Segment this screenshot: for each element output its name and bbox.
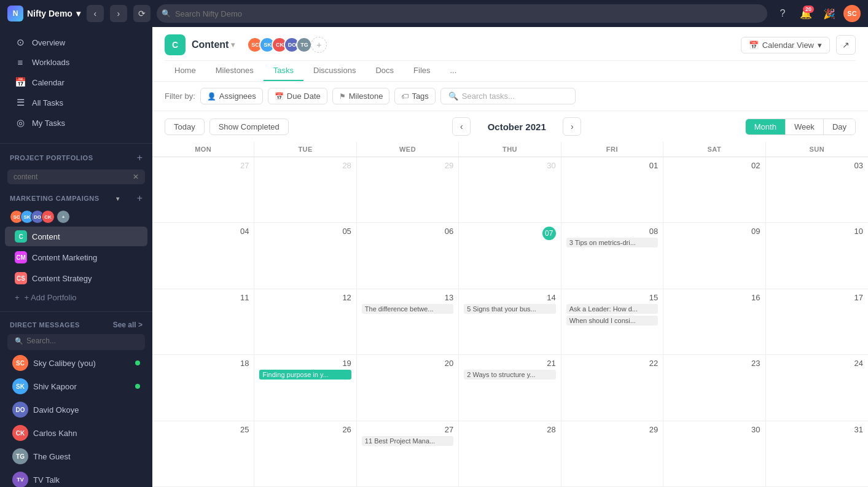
due-date-filter-button[interactable]: 📅 Due Date — [268, 88, 327, 104]
cal-cell[interactable]: 16 — [663, 289, 765, 355]
help-button[interactable]: ? — [773, 4, 792, 23]
cal-cell[interactable]: 30 — [459, 157, 561, 223]
cal-cell[interactable]: 09 — [663, 223, 765, 289]
cal-cell[interactable]: 10 — [766, 223, 868, 289]
cal-cell[interactable]: 27 — [152, 157, 254, 223]
show-completed-button[interactable]: Show Completed — [209, 119, 289, 135]
prev-month-button[interactable]: ‹ — [452, 117, 471, 136]
cal-cell[interactable]: 28 — [459, 421, 561, 487]
dm-item-david[interactable]: DO David Okoye — [2, 399, 150, 421]
cal-cell[interactable]: 28 — [254, 157, 356, 223]
day-view-button[interactable]: Day — [824, 119, 855, 134]
sidebar-item-content-marketing[interactable]: CM Content Marketing — [5, 247, 147, 267]
back-button[interactable]: ‹ — [87, 5, 104, 22]
cal-cell[interactable]: 31 — [766, 421, 868, 487]
dm-avatar: TG — [12, 448, 28, 464]
cal-cell[interactable]: 14 5 Signs that your bus... — [459, 289, 561, 355]
dm-item-shiv[interactable]: SK Shiv Kapoor — [2, 375, 150, 397]
sidebar-item-my-tasks[interactable]: ◎ My Tasks — [5, 113, 147, 133]
add-portfolio-button[interactable]: + + Add Portfolio — [5, 289, 147, 306]
cal-cell[interactable]: 07 — [459, 223, 561, 289]
cal-cell[interactable]: 01 — [561, 157, 663, 223]
cal-cell[interactable]: 04 — [152, 223, 254, 289]
tab-files[interactable]: Files — [404, 61, 440, 81]
cal-cell[interactable]: 18 — [152, 355, 254, 421]
confetti-button[interactable]: 🎉 — [820, 4, 839, 23]
app-logo[interactable]: N Nifty Demo ▾ — [7, 6, 80, 21]
dm-item-guest[interactable]: TG The Guest — [2, 445, 150, 467]
month-view-button[interactable]: Month — [746, 119, 786, 134]
cal-cell[interactable]: 22 — [561, 355, 663, 421]
cal-cell[interactable]: 20 — [357, 355, 459, 421]
next-month-button[interactable]: › — [563, 117, 581, 136]
dm-item-carlos[interactable]: CK Carlos Kahn — [2, 422, 150, 444]
tab-more[interactable]: ... — [440, 61, 467, 81]
cal-cell[interactable]: 08 3 Tips on metrics-dri... — [561, 223, 663, 289]
project-label: Content Marketing — [32, 253, 97, 262]
dm-search-input[interactable] — [26, 337, 138, 345]
cal-cell[interactable]: 30 — [663, 421, 765, 487]
sidebar-item-workloads[interactable]: ≡ Workloads — [5, 53, 147, 72]
cal-event[interactable]: 5 Signs that your bus... — [464, 304, 555, 314]
tab-home[interactable]: Home — [165, 61, 206, 81]
dm-item-tvtalk[interactable]: TV TV Talk — [2, 469, 150, 487]
cal-cell[interactable]: 02 — [663, 157, 765, 223]
cal-event[interactable]: 3 Tips on metrics-dri... — [566, 238, 658, 247]
cal-cell[interactable]: 24 — [766, 355, 868, 421]
cal-event[interactable]: Ask a Leader: How d... — [566, 304, 658, 314]
cal-cell[interactable]: 23 — [663, 355, 765, 421]
today-button[interactable]: Today — [165, 119, 205, 135]
assignees-filter-button[interactable]: 👤 Assignees — [200, 88, 263, 104]
milestone-filter-button[interactable]: ⚑ Milestone — [332, 88, 390, 104]
search-input[interactable] — [157, 4, 767, 23]
cal-event[interactable]: The difference betwe... — [362, 304, 453, 314]
history-button[interactable]: ⟳ — [133, 5, 151, 22]
sidebar-item-content-strategy[interactable]: CS Content Strategy — [5, 268, 147, 288]
notification-button[interactable]: 🔔 20 — [797, 4, 815, 23]
cal-date: 27 — [362, 425, 453, 434]
tags-filter-button[interactable]: 🏷 Tags — [394, 88, 435, 104]
see-all-link[interactable]: See all > — [113, 321, 143, 329]
share-button[interactable]: ↗ — [836, 35, 856, 55]
cal-cell[interactable]: 15 Ask a Leader: How d... When should I … — [561, 289, 663, 355]
sidebar-item-overview[interactable]: ⊙ Overview — [5, 33, 147, 52]
cal-cell[interactable]: 29 — [561, 421, 663, 487]
cal-event[interactable]: Finding purpose in y... — [259, 370, 351, 380]
sidebar-item-content[interactable]: C Content — [5, 227, 147, 246]
cal-cell[interactable]: 27 11 Best Project Mana... — [357, 421, 459, 487]
invite-button[interactable]: + — [311, 37, 327, 53]
cal-cell[interactable]: 11 — [152, 289, 254, 355]
search-tasks-input[interactable]: 🔍 Search tasks... — [440, 88, 576, 104]
calendar-view-button[interactable]: 📅 Calendar View ▾ — [741, 37, 830, 53]
cal-date: 14 — [464, 293, 555, 302]
cal-cell[interactable]: 26 — [254, 421, 356, 487]
cal-cell[interactable]: 12 — [254, 289, 356, 355]
user-avatar[interactable]: SC — [843, 5, 861, 22]
cal-event[interactable]: 2 Ways to structure y... — [464, 370, 555, 380]
cal-cell[interactable]: 05 — [254, 223, 356, 289]
forward-button[interactable]: › — [110, 5, 127, 22]
cal-event[interactable]: When should I consi... — [566, 316, 658, 325]
cal-date: 19 — [259, 359, 351, 368]
sidebar-search-clear[interactable]: ✕ — [133, 173, 139, 181]
tab-discussions[interactable]: Discussions — [303, 61, 366, 81]
tab-milestones[interactable]: Milestones — [206, 61, 264, 81]
cal-cell[interactable]: 19 Finding purpose in y... — [254, 355, 356, 421]
add-campaign-button[interactable]: + — [137, 193, 143, 204]
tab-docs[interactable]: Docs — [366, 61, 404, 81]
sidebar-item-calendar[interactable]: 📅 Calendar — [5, 72, 147, 92]
cal-cell[interactable]: 13 The difference betwe... — [357, 289, 459, 355]
add-portfolio-section-button[interactable]: + — [137, 152, 143, 163]
cal-cell[interactable]: 03 — [766, 157, 868, 223]
cal-cell[interactable]: 25 — [152, 421, 254, 487]
cal-cell[interactable]: 29 — [357, 157, 459, 223]
cal-event[interactable]: 11 Best Project Mana... — [362, 436, 453, 446]
sidebar-search-input[interactable] — [14, 173, 133, 181]
cal-cell[interactable]: 21 2 Ways to structure y... — [459, 355, 561, 421]
week-view-button[interactable]: Week — [786, 119, 824, 134]
cal-cell[interactable]: 17 — [766, 289, 868, 355]
sidebar-item-all-tasks[interactable]: ☰ All Tasks — [5, 93, 147, 112]
dm-item-sky[interactable]: SC Sky Calibey (you) — [2, 352, 150, 374]
cal-cell[interactable]: 06 — [357, 223, 459, 289]
tab-tasks[interactable]: Tasks — [264, 61, 303, 81]
